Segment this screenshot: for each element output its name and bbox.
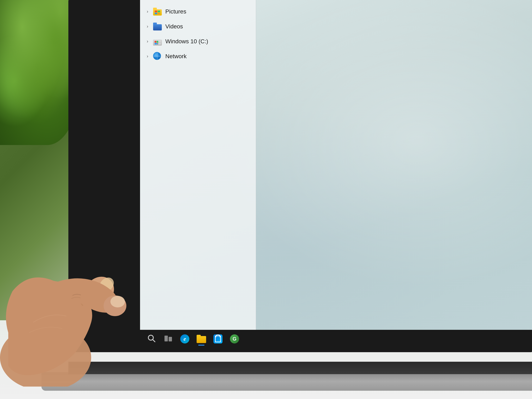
sidebar-item-network[interactable]: › Network [140,49,256,64]
edge-icon [180,334,189,343]
hand-overlay [0,188,141,386]
taskview-icon [164,334,173,344]
chevron-pictures-icon: › [144,8,151,15]
network-globe-icon [153,52,162,61]
taskview-taskbar-button[interactable] [161,331,176,346]
store-taskbar-button[interactable] [210,331,225,346]
security-icon: G [230,334,239,343]
plant-vase [6,79,48,137]
pictures-folder-icon [153,7,162,16]
svg-rect-3 [169,337,172,342]
sidebar-item-pictures[interactable]: › [140,4,256,19]
chevron-drive-icon: › [144,38,151,45]
sidebar-items-list: › [140,0,256,64]
explorer-icon [196,335,206,343]
store-icon [213,334,222,343]
file-explorer-sidebar: › [140,0,256,348]
svg-line-1 [153,340,155,342]
chevron-videos-icon: › [144,23,151,30]
windows10c-label: Windows 10 (C:) [165,38,208,45]
security-taskbar-button[interactable]: G [227,331,242,346]
explorer-taskbar-button[interactable] [194,331,209,346]
search-taskbar-button[interactable] [144,331,159,346]
drive-c-icon [153,37,162,46]
videos-label: Videos [165,23,183,30]
svg-rect-2 [165,336,168,342]
monitor-screen: › [140,0,532,348]
sidebar-item-windows10c[interactable]: › [140,34,256,49]
active-indicator [198,345,204,346]
search-icon [147,334,156,344]
pictures-label: Pictures [165,8,186,15]
windows-taskbar: G [140,330,532,348]
network-label: Network [165,53,187,60]
svg-point-9 [110,296,125,307]
sidebar-item-videos[interactable]: › Videos [140,19,256,34]
chevron-network-icon: › [144,53,151,60]
edge-taskbar-button[interactable] [177,331,192,346]
videos-folder-icon [153,22,162,31]
